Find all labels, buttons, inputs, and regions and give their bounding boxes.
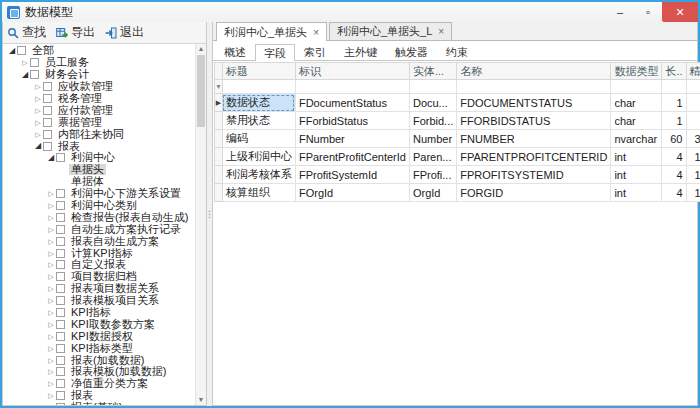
tree-item[interactable]: ▷报表自动生成方案: [3, 235, 195, 247]
tree-item-label[interactable]: 报表模板(加载数据): [69, 366, 168, 377]
tree-checkbox[interactable]: [30, 58, 39, 67]
tree-item[interactable]: ▷KPI数据授权: [3, 330, 195, 342]
cell-entity[interactable]: Forbid...: [409, 112, 456, 130]
cell-entity[interactable]: Number: [409, 130, 456, 148]
cell-title[interactable]: 编码: [222, 130, 295, 148]
tree-checkbox[interactable]: [56, 284, 65, 293]
cell-entity[interactable]: Paren...: [409, 148, 456, 166]
tree-checkbox[interactable]: [56, 260, 65, 269]
cell-title[interactable]: 核算组织: [222, 184, 295, 202]
cell-len[interactable]: 1: [662, 112, 686, 130]
cell-id[interactable]: FParentProfitCenterId: [295, 148, 409, 166]
tree-item[interactable]: ▷KPI指标: [3, 307, 195, 319]
tree-item-label[interactable]: 财务会计: [43, 69, 91, 80]
tree-item-label[interactable]: 报表模板项目关系: [69, 295, 161, 306]
cell-dtype[interactable]: char: [611, 112, 662, 130]
collapse-icon[interactable]: ◢: [46, 154, 56, 162]
tree-item-label[interactable]: KPI取数参数方案: [69, 319, 157, 330]
cell-dtype[interactable]: int: [611, 184, 662, 202]
tree-item[interactable]: ▷内部往来协同: [3, 128, 195, 140]
tree-checkbox[interactable]: [56, 391, 65, 400]
cell-entity[interactable]: Docu...: [409, 94, 456, 112]
expand-icon[interactable]: ▷: [46, 380, 56, 387]
tree-item-label[interactable]: 全部: [30, 45, 56, 56]
tree-item[interactable]: ▷应付款管理: [3, 104, 195, 116]
column-header[interactable]: 名称: [457, 63, 611, 80]
expand-icon[interactable]: ▷: [46, 261, 56, 268]
tree-item-label[interactable]: 应付款管理: [56, 105, 115, 116]
cell-name[interactable]: FNUMBER: [457, 130, 611, 148]
find-button[interactable]: 查找: [7, 24, 46, 41]
cell-prec[interactable]: 10: [686, 166, 700, 184]
detail-tab[interactable]: 索引: [295, 44, 335, 60]
tree-checkbox[interactable]: [17, 46, 26, 55]
expand-icon[interactable]: ▷: [33, 83, 43, 90]
expand-icon[interactable]: ▷: [46, 357, 56, 364]
row-indicator[interactable]: [215, 184, 223, 202]
minimize-button[interactable]: –: [606, 2, 634, 22]
tree-item[interactable]: ▷利润中心下游关系设置: [3, 188, 195, 200]
tree-item[interactable]: ▷报表模板项目关系: [3, 295, 195, 307]
tree-item[interactable]: ◢报表: [3, 140, 195, 152]
filter-cell[interactable]: [295, 80, 409, 94]
tree-item-label[interactable]: KPI数据授权: [69, 331, 135, 342]
tree-item[interactable]: ▷利润中心类别: [3, 200, 195, 212]
tree-checkbox[interactable]: [56, 320, 65, 329]
tree-checkbox[interactable]: [56, 367, 65, 376]
cell-id[interactable]: FDocumentStatus: [295, 94, 409, 112]
row-indicator[interactable]: ▶: [215, 94, 223, 112]
tree-checkbox[interactable]: [43, 142, 52, 151]
cell-prec[interactable]: 1: [686, 112, 700, 130]
column-header[interactable]: 实体...: [409, 63, 456, 80]
close-button[interactable]: ✕: [662, 2, 698, 22]
expand-icon[interactable]: ▷: [46, 368, 56, 375]
expand-icon[interactable]: ▷: [20, 59, 30, 66]
tree-item-label[interactable]: 单据头: [69, 164, 106, 175]
column-header[interactable]: 长..: [662, 63, 686, 80]
expand-icon[interactable]: ▷: [33, 119, 43, 126]
tree-item-label[interactable]: 报表项目数据关系: [69, 283, 161, 294]
column-header[interactable]: 数据类型: [611, 63, 662, 80]
tree-item[interactable]: ▷净值重分类方案: [3, 378, 195, 390]
expand-icon[interactable]: ▷: [33, 95, 43, 102]
cell-name[interactable]: FORGID: [457, 184, 611, 202]
tree-item-label[interactable]: 报表自动生成方案: [69, 236, 161, 247]
tree-item-label[interactable]: KPI指标: [69, 307, 113, 318]
cell-title[interactable]: 上级利润中心: [222, 148, 295, 166]
tree-item-label[interactable]: 检查报告(报表自动生成): [69, 212, 190, 223]
expand-icon[interactable]: ▷: [46, 392, 56, 399]
tree-checkbox[interactable]: [43, 94, 52, 103]
tree-item-label[interactable]: 净值重分类方案: [69, 378, 150, 389]
tree-item[interactable]: ▷自定义报表: [3, 259, 195, 271]
expand-icon[interactable]: ▷: [46, 309, 56, 316]
cell-name[interactable]: FPROFITSYSTEMID: [457, 166, 611, 184]
row-indicator-header[interactable]: [215, 63, 223, 80]
filter-cell[interactable]: [457, 80, 611, 94]
expand-icon[interactable]: ▷: [46, 238, 56, 245]
tree-checkbox[interactable]: [43, 118, 52, 127]
row-indicator[interactable]: [215, 112, 223, 130]
tree-item-label[interactable]: 单据体: [69, 176, 106, 187]
detail-tab[interactable]: 主外键: [335, 44, 386, 60]
tree-item[interactable]: 单据头: [3, 164, 195, 176]
maximize-button[interactable]: ▫: [634, 2, 662, 22]
collapse-icon[interactable]: ◢: [33, 142, 43, 150]
cell-name[interactable]: FPARENTPROFITCENTERID: [457, 148, 611, 166]
expand-icon[interactable]: ▷: [46, 333, 56, 340]
expand-icon[interactable]: ▷: [46, 273, 56, 280]
tree-item-label[interactable]: 报表: [69, 390, 95, 401]
tree-item[interactable]: ▷税务管理: [3, 93, 195, 105]
tree-checkbox[interactable]: [56, 225, 65, 234]
tree-item[interactable]: ▷KPI指标类型: [3, 342, 195, 354]
cell-id[interactable]: FProfitSystemId: [295, 166, 409, 184]
filter-row-icon[interactable]: ▼: [215, 80, 223, 94]
cell-title[interactable]: 数据状态: [222, 94, 295, 112]
row-indicator[interactable]: [215, 130, 223, 148]
tree-checkbox[interactable]: [43, 82, 52, 91]
expand-icon[interactable]: ▷: [46, 250, 56, 257]
tree-item[interactable]: ▷报表: [3, 390, 195, 402]
cell-len[interactable]: 1: [662, 94, 686, 112]
tree-checkbox[interactable]: [56, 308, 65, 317]
cell-id[interactable]: FForbidStatus: [295, 112, 409, 130]
tree-item[interactable]: ◢全部: [3, 45, 195, 57]
